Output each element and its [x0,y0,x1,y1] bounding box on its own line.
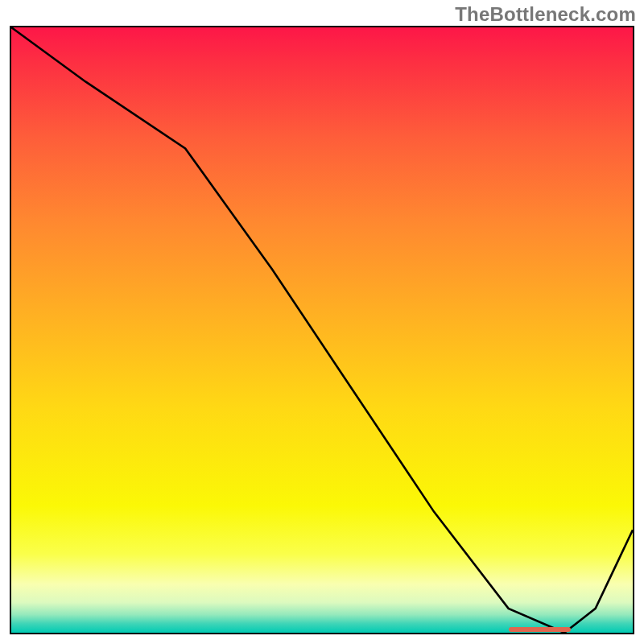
chart-root: TheBottleneck.com [0,0,644,644]
bottleneck-curve [11,27,633,633]
curve-path [11,27,633,633]
optimum-flat-marker [509,627,571,632]
watermark-label: TheBottleneck.com [455,3,636,26]
plot-area [10,26,634,634]
